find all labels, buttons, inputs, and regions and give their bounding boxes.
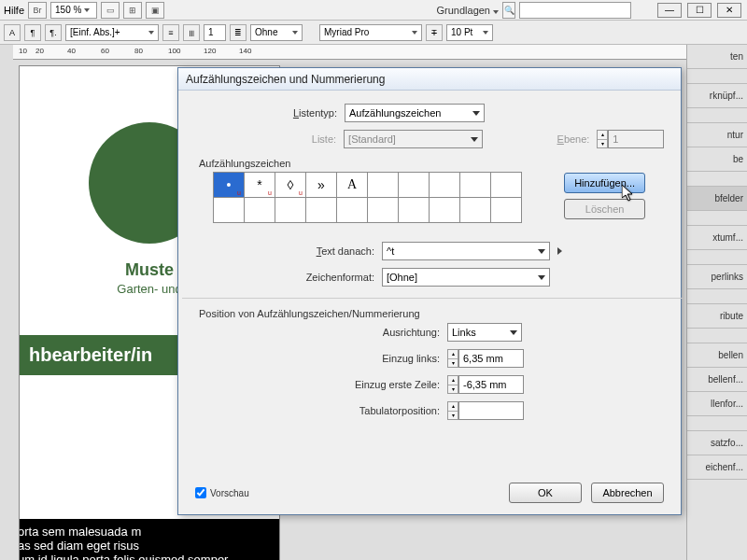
level-value: 1 <box>608 130 664 148</box>
bullet-cell[interactable]: » <box>305 172 337 198</box>
bullet-cell-empty[interactable] <box>244 197 275 223</box>
view-mode-icon[interactable]: ▭ <box>101 2 120 19</box>
bullets-group-label: Aufzählungszeichen <box>199 158 664 169</box>
tab-position-field[interactable] <box>458 401 524 420</box>
bullet-cell[interactable]: * <box>244 172 275 198</box>
text-after-label: Text danach: <box>214 245 382 257</box>
panel-tab[interactable]: bellen <box>687 343 747 368</box>
delete-bullet-button: Löschen <box>564 199 645 219</box>
para-panel-icon[interactable]: ¶ <box>24 24 41 41</box>
panel-tab[interactable]: eichenf... <box>687 455 747 480</box>
app-topbar: Hilfe Br 150 % ▭ ⊞ ▣ Grundlagen 🔍 — ☐ ✕ <box>0 0 747 21</box>
alignment-label: Ausrichtung: <box>214 327 447 338</box>
preview-checkbox[interactable]: Vorschau <box>195 487 249 498</box>
bullet-cell-empty[interactable] <box>367 172 399 198</box>
indent-left-label: Einzug links: <box>214 353 447 364</box>
search-input[interactable] <box>519 2 631 19</box>
bullets-numbering-dialog: Aufzählungszeichen und Nummerierung LLis… <box>177 67 682 515</box>
panel-tab[interactable]: bfelder <box>687 187 747 211</box>
bullet-cell[interactable]: ◊ <box>275 172 306 198</box>
ok-button[interactable]: OK <box>509 483 582 503</box>
panel-tab[interactable]: be <box>687 147 747 172</box>
columns-icon[interactable]: ⫼ <box>183 24 200 41</box>
font-size-icon: T <box>426 24 443 41</box>
add-bullet-button[interactable]: Hinzufügen... <box>564 173 645 193</box>
indent-left-field[interactable]: 6,35 mm <box>458 349 524 368</box>
bullet-cell-empty[interactable] <box>275 197 306 223</box>
horizontal-ruler: 10 20 40 60 80 100 120 140 <box>13 45 747 60</box>
caption-lorem: orta sem malesuada m as sed diam eget ri… <box>19 519 280 560</box>
text-after-flyout-icon[interactable] <box>557 247 561 255</box>
char-style-label: Zeichenformat: <box>214 272 382 283</box>
right-panel-dock: ten rknüpf... ntur be bfelder xtumf... p… <box>686 45 747 560</box>
panel-tab[interactable]: rknüpf... <box>687 84 747 108</box>
window-minimize[interactable]: — <box>657 3 682 18</box>
alignment-dropdown[interactable]: Links <box>447 323 522 342</box>
panel-tab[interactable]: perlinks <box>687 265 747 289</box>
bullet-cell-empty[interactable] <box>459 197 491 223</box>
panel-tab[interactable]: ten <box>687 45 747 69</box>
list-type-dropdown[interactable]: Aufzählungszeichen <box>345 104 485 122</box>
help-menu[interactable]: Hilfe <box>4 5 24 16</box>
bullet-cell-empty[interactable] <box>305 197 337 223</box>
tab-position-label: Tabulatorposition: <box>214 405 447 416</box>
paragraph-style-field[interactable]: [Einf. Abs.]+ <box>65 24 159 41</box>
list-label: Liste: <box>214 133 344 145</box>
bullet-cell-empty[interactable] <box>490 197 522 223</box>
font-family-field[interactable]: Myriad Pro <box>319 24 422 41</box>
bullet-cell-empty[interactable] <box>213 197 245 223</box>
bullet-cell-empty[interactable] <box>459 172 491 198</box>
workspace-switcher[interactable]: Grundlagen <box>437 5 500 16</box>
bullet-cell-empty[interactable] <box>490 172 522 198</box>
list-type-label: LListentyp:istentyp: <box>214 107 345 119</box>
window-close[interactable]: ✕ <box>717 3 741 18</box>
char-panel-icon[interactable]: A <box>4 24 21 41</box>
list-dropdown: [Standard] <box>344 130 483 148</box>
control-panel-row: A ¶ ¶. [Einf. Abs.]+ ≡ ⫼ 1 ≣ Ohne Myriad… <box>0 21 747 45</box>
cancel-button[interactable]: Abbrechen <box>591 483 664 503</box>
text-after-field[interactable]: ^t <box>382 242 550 260</box>
screen-mode-icon[interactable]: ▣ <box>146 2 164 19</box>
panel-tab[interactable]: llenfor... <box>687 392 747 416</box>
first-line-indent-field[interactable]: -6,35 mm <box>458 375 524 394</box>
align-icon[interactable]: ≡ <box>162 24 179 41</box>
indent-left-spinner[interactable]: ▴▾ <box>447 349 458 368</box>
panel-tab[interactable]: xtumf... <box>687 226 747 250</box>
first-line-spinner[interactable]: ▴▾ <box>447 375 458 394</box>
panel-tab[interactable]: ntur <box>687 123 747 147</box>
zoom-field[interactable]: 150 % <box>50 2 97 19</box>
char-style-dropdown[interactable]: [Ohne] <box>382 268 550 287</box>
bullet-cell-empty[interactable] <box>367 197 399 223</box>
pilcrow-icon[interactable]: ¶. <box>45 24 62 41</box>
search-icon: 🔍 <box>502 2 515 19</box>
font-size-field[interactable]: 10 Pt <box>446 24 493 41</box>
first-line-indent-label: Einzug erste Zeile: <box>214 379 447 390</box>
tab-position-spinner[interactable]: ▴▾ <box>447 401 458 420</box>
panel-tab[interactable]: bellenf... <box>687 368 747 392</box>
columns-value[interactable]: 1 <box>204 24 226 41</box>
bullet-cell[interactable]: A <box>336 172 368 198</box>
bullet-cell-empty[interactable] <box>429 197 460 223</box>
level-spinner: ▴▾ <box>597 130 608 148</box>
arrange-icon[interactable]: ⊞ <box>123 2 142 19</box>
bullet-cell-empty[interactable] <box>398 197 430 223</box>
span-icon[interactable]: ≣ <box>230 24 247 41</box>
panel-tab[interactable]: ribute <box>687 304 747 329</box>
bullet-cell-empty[interactable] <box>336 197 368 223</box>
level-label: Ebene: <box>557 133 598 145</box>
position-group-label: Position von Aufzählungszeichen/Nummerie… <box>199 308 664 319</box>
bridge-button[interactable]: Br <box>28 2 47 19</box>
bullet-cell-empty[interactable] <box>398 172 430 198</box>
bullet-cell[interactable]: • <box>213 172 245 198</box>
dialog-titlebar[interactable]: Aufzählungszeichen und Nummerierung <box>178 68 681 91</box>
panel-tab[interactable]: satzfo... <box>687 431 747 455</box>
bullet-cell-empty[interactable] <box>429 172 460 198</box>
span-field[interactable]: Ohne <box>250 24 303 41</box>
window-maximize[interactable]: ☐ <box>687 3 712 18</box>
